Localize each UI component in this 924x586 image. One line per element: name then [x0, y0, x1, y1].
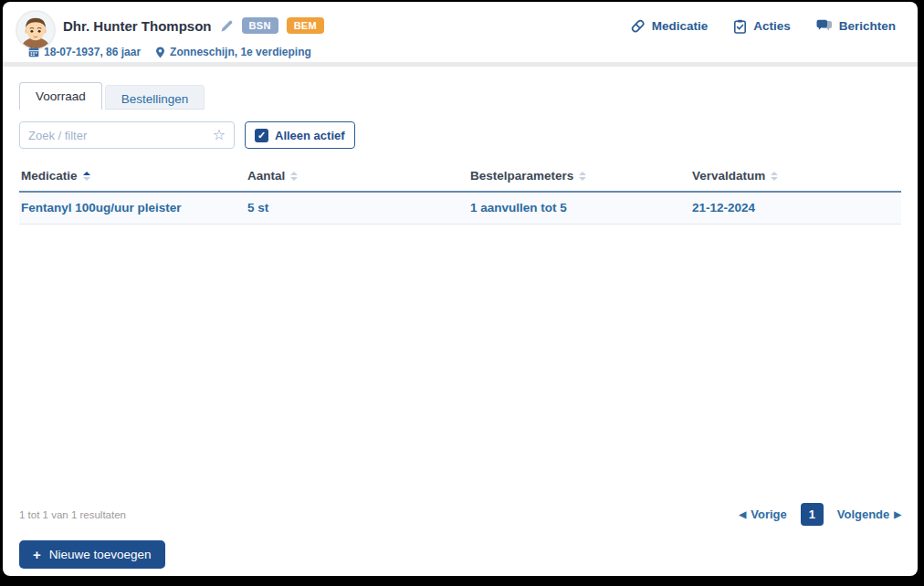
column-header-aantal[interactable]: Aantal: [246, 162, 468, 191]
sort-icon-asc: [83, 172, 90, 181]
filter-row: ☆ ✓ Alleen actief: [19, 121, 901, 149]
sort-icon: [290, 172, 298, 181]
results-count: 1 tot 1 van 1 resultaten: [19, 509, 126, 520]
column-header-vervaldatum[interactable]: Vervaldatum: [690, 162, 901, 191]
window-frame: Dhr. Hunter Thompson BSN BEM: [0, 0, 924, 586]
birthdate-text: 18-07-1937, 86 jaar: [44, 46, 141, 58]
patient-name-row: Dhr. Hunter Thompson BSN BEM: [63, 17, 324, 34]
location-text: Zonneschijn, 1e verdieping: [170, 46, 311, 58]
add-new-button[interactable]: + Nieuwe toevoegen: [19, 540, 165, 569]
tab-bestellingen[interactable]: Bestellingen: [105, 85, 205, 110]
patient-name: Dhr. Hunter Thompson: [63, 18, 212, 34]
patient-header: Dhr. Hunter Thompson BSN BEM: [3, 2, 918, 62]
tab-voorraad[interactable]: Voorraad: [19, 82, 102, 110]
pagination-previous[interactable]: ◀ Vorige: [740, 508, 787, 521]
pill-icon: [630, 18, 646, 34]
column-label: Vervaldatum: [692, 169, 765, 183]
nav-berichten-label: Berichten: [839, 19, 896, 33]
search-box: ☆: [19, 121, 235, 149]
patient-avatar: [16, 10, 56, 50]
sort-icon: [771, 172, 778, 181]
table-header-row: Medicatie Aantal Bestelparameters Verval…: [19, 162, 901, 193]
actions-bar: + Nieuwe toevoegen: [19, 540, 901, 569]
cell-vervaldatum: 21-12-2024: [690, 193, 901, 224]
tab-bar: Voorraad Bestellingen: [19, 82, 901, 110]
table-footer: 1 tot 1 van 1 resultaten ◀ Vorige 1 Volg…: [19, 503, 901, 526]
edit-pencil-icon[interactable]: [220, 19, 234, 33]
nav-medicatie-label: Medicatie: [652, 19, 709, 33]
alleen-actief-toggle[interactable]: ✓ Alleen actief: [245, 121, 355, 149]
star-icon[interactable]: ☆: [213, 128, 226, 142]
prev-arrow-icon: ◀: [740, 509, 747, 519]
pagination-next[interactable]: Volgende ▶: [837, 508, 901, 521]
column-label: Bestelparameters: [470, 169, 573, 183]
next-label: Volgende: [837, 508, 890, 521]
add-new-button-label: Nieuwe toevoegen: [49, 548, 152, 561]
nav-berichten[interactable]: Berichten: [816, 19, 896, 33]
column-label: Aantal: [247, 169, 285, 183]
empty-table-area: [19, 225, 901, 503]
prev-label: Vorige: [751, 508, 787, 521]
checkbox-label: Alleen actief: [275, 129, 345, 142]
patient-info-row: 18-07-1937, 86 jaar Zonneschijn, 1e verd…: [28, 46, 311, 58]
chat-icon: [816, 19, 833, 33]
voorraad-table: Medicatie Aantal Bestelparameters Verval…: [19, 162, 901, 225]
birthdate-item: 18-07-1937, 86 jaar: [28, 46, 141, 58]
avatar-illustration: [17, 12, 54, 48]
column-header-medicatie[interactable]: Medicatie: [19, 162, 246, 191]
location-pin-icon: [155, 47, 165, 58]
app-page: Dhr. Hunter Thompson BSN BEM: [3, 2, 918, 576]
nav-acties[interactable]: Acties: [733, 19, 791, 34]
plus-icon: +: [33, 547, 41, 562]
nav-acties-label: Acties: [753, 19, 791, 33]
bem-badge[interactable]: BEM: [287, 17, 324, 34]
column-label: Medicatie: [21, 169, 78, 183]
main-content: Voorraad Bestellingen ☆ ✓ Alleen actief …: [3, 67, 918, 576]
checkbox-checked-icon[interactable]: ✓: [255, 129, 268, 142]
search-input[interactable]: [28, 129, 213, 142]
cell-medicatie: Fentanyl 100ug/uur pleister: [19, 193, 246, 224]
pagination: ◀ Vorige 1 Volgende ▶: [740, 503, 901, 526]
next-arrow-icon: ▶: [894, 509, 901, 519]
cell-aantal: 5 st: [246, 193, 468, 224]
bsn-badge[interactable]: BSN: [242, 17, 278, 34]
clipboard-icon: [733, 19, 747, 34]
top-nav: Medicatie Acties: [630, 18, 896, 34]
calendar-icon: [28, 47, 39, 58]
column-header-bestelparameters[interactable]: Bestelparameters: [468, 162, 690, 191]
cell-bestelparameters: 1 aanvullen tot 5: [468, 193, 690, 224]
table-row[interactable]: Fentanyl 100ug/uur pleister 5 st 1 aanvu…: [19, 193, 901, 225]
pagination-page-1[interactable]: 1: [801, 503, 824, 526]
sort-icon: [579, 172, 586, 181]
location-item: Zonneschijn, 1e verdieping: [155, 46, 311, 58]
nav-medicatie[interactable]: Medicatie: [630, 18, 709, 34]
